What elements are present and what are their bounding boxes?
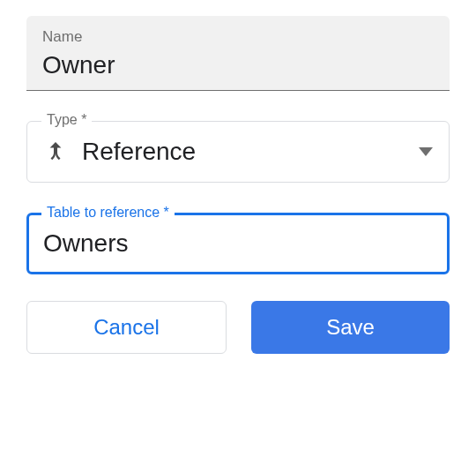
merge-icon — [43, 140, 68, 163]
table-reference-select[interactable]: Table to reference * Owners — [26, 213, 450, 274]
type-value: Reference — [82, 138, 419, 166]
type-select[interactable]: Type * Reference — [26, 121, 450, 183]
cancel-button[interactable]: Cancel — [26, 301, 227, 354]
table-reference-value: Owners — [43, 229, 433, 258]
name-value: Owner — [42, 51, 434, 79]
table-reference-label: Table to reference * — [41, 205, 175, 221]
save-button[interactable]: Save — [251, 301, 450, 354]
type-label: Type * — [41, 112, 92, 128]
button-row: Cancel Save — [26, 301, 450, 354]
name-input[interactable]: Name Owner — [26, 16, 450, 91]
name-label: Name — [42, 28, 434, 46]
chevron-down-icon — [419, 144, 433, 160]
